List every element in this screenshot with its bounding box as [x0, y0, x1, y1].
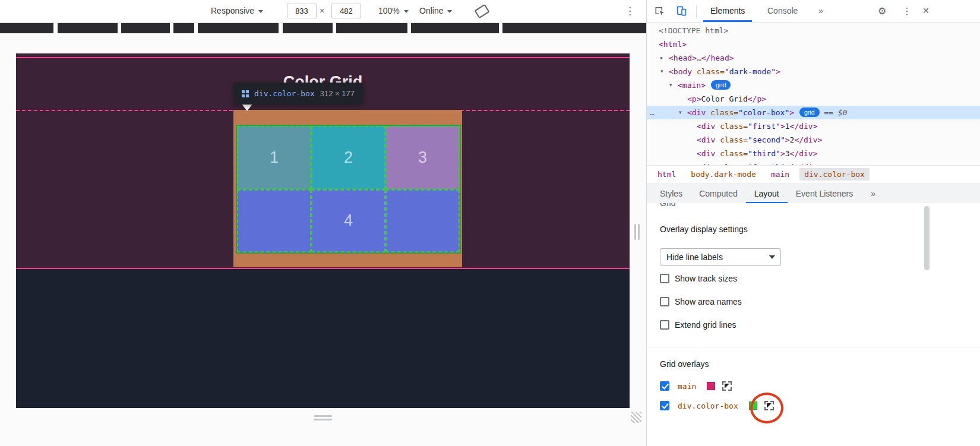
tab-elements[interactable]: Elements	[703, 0, 752, 22]
code-token: "first"	[748, 122, 780, 131]
checkbox-unchecked[interactable]	[660, 297, 669, 306]
grid-overlays-title: Grid overlays	[660, 359, 709, 369]
line-labels-select[interactable]: Hide line labels	[660, 248, 781, 266]
checkbox-option[interactable]: Show track sizes	[660, 271, 737, 286]
viewport-resize-handle-right[interactable]	[634, 224, 640, 240]
device-toolbar-icon[interactable]	[676, 5, 687, 17]
tab-styles[interactable]: Styles	[652, 184, 691, 204]
grid-cell	[237, 189, 311, 253]
grid-badge[interactable]: grid	[799, 107, 820, 117]
twisty-down-icon[interactable]: ▾	[660, 65, 668, 78]
tree-row[interactable]: ▾<body class="dark-mode">	[647, 65, 980, 78]
breadcrumb-item[interactable]: body.dark-mode	[686, 168, 761, 181]
code-token: >	[789, 108, 794, 117]
throttle-select[interactable]: Online	[419, 0, 452, 22]
toolbar-separator	[696, 5, 697, 17]
grid-overlay-line	[16, 57, 630, 58]
color-grid: 1234	[236, 125, 461, 254]
code-token: "color-box"	[738, 108, 789, 117]
code-token: <div	[697, 149, 715, 158]
tree-row[interactable]: ▸<head>…</head>	[647, 51, 980, 65]
checkbox-label: Extend grid lines	[675, 320, 736, 330]
checkbox-unchecked[interactable]	[660, 274, 669, 283]
kebab-menu-icon[interactable]: ⋮	[902, 0, 912, 22]
checkbox-checked[interactable]	[660, 381, 669, 391]
rotate-viewport-icon[interactable]	[474, 4, 489, 19]
tab-computed[interactable]: Computed	[691, 184, 746, 204]
breadcrumb-item[interactable]: div.color-box	[799, 168, 870, 181]
tab-console[interactable]: Console	[760, 0, 805, 22]
tree-row[interactable]: <div class="fourth">4</div>	[647, 160, 980, 165]
media-query-bar	[0, 23, 53, 33]
code-token: >	[776, 67, 780, 76]
tree-row[interactable]: <!DOCTYPE html>	[647, 24, 980, 37]
chevron-down-icon	[404, 10, 409, 13]
grid-cell: 2	[311, 126, 385, 189]
code-token: <div	[697, 135, 715, 144]
grid-cell: 1	[237, 126, 311, 189]
tree-row[interactable]: ▾<main>grid	[647, 78, 980, 92]
viewport-resize-handle-corner[interactable]	[631, 412, 641, 423]
device-toolbar: Responsive 833 × 482 100% Online ⋮	[0, 0, 646, 23]
inspect-tooltip: div.color-box 312 × 177	[233, 83, 363, 105]
kebab-menu-icon[interactable]: ⋮	[625, 0, 635, 22]
grid-badge[interactable]: grid	[711, 80, 731, 90]
twisty-down-icon[interactable]: ▾	[679, 106, 686, 119]
tooltip-selector: div.color-box	[254, 89, 315, 98]
code-token: …	[697, 53, 701, 62]
code-token: <div	[687, 108, 706, 117]
code-token: class=	[706, 108, 738, 117]
chevron-down-icon	[769, 255, 775, 259]
select-overlay-icon[interactable]	[722, 381, 732, 391]
code-token: <p>	[687, 94, 701, 103]
tree-row[interactable]: <div class="first">1</div>	[647, 119, 980, 133]
code-token: </p>	[748, 94, 766, 103]
inspect-element-icon[interactable]	[654, 5, 665, 17]
viewport-resize-handle-bottom[interactable]	[314, 415, 332, 420]
code-token: <main>	[678, 81, 706, 90]
tree-row[interactable]: <div class="third">3</div>	[647, 147, 980, 160]
more-tabs-button[interactable]: »	[818, 0, 823, 22]
scrollbar[interactable]	[924, 206, 930, 270]
code-token: 3	[785, 149, 790, 158]
more-tabs-button[interactable]: »	[861, 184, 885, 204]
tree-row[interactable]: <p>Color Grid</p>	[647, 92, 980, 106]
tree-row[interactable]: …▾<div class="color-box">grid== $0	[647, 106, 980, 119]
code-token: class=	[715, 149, 748, 158]
device-type-label: Responsive	[211, 6, 254, 15]
media-query-bar	[121, 23, 170, 33]
breadcrumb-item[interactable]: main	[766, 168, 794, 181]
tree-row[interactable]: <div class="second">2</div>	[647, 133, 980, 147]
checkbox-option[interactable]: Show area names	[660, 295, 742, 309]
tab-layout[interactable]: Layout	[746, 184, 788, 204]
viewport-height-input[interactable]: 482	[331, 4, 361, 18]
media-query-bar	[283, 23, 333, 33]
code-token: </head>	[701, 53, 734, 62]
media-query-bar	[58, 23, 118, 33]
breadcrumb-item[interactable]: html	[653, 168, 681, 181]
overlay-element-label: div.color-box	[678, 401, 738, 410]
zoom-select[interactable]: 100%	[378, 0, 409, 22]
grid-overlay-line	[16, 268, 630, 269]
media-query-bar	[198, 23, 279, 33]
code-token: class=	[715, 135, 748, 144]
gear-icon[interactable]: ⚙	[878, 0, 886, 22]
throttle-value: Online	[419, 6, 443, 15]
checkbox-unchecked[interactable]	[660, 320, 669, 330]
code-token: "second"	[748, 135, 785, 144]
code-token: Color Grid	[701, 94, 747, 103]
tab-event-listeners[interactable]: Event Listeners	[788, 184, 862, 204]
twisty-right-icon[interactable]: ▸	[660, 51, 668, 65]
viewport-width-input[interactable]: 833	[287, 4, 317, 18]
twisty-down-icon[interactable]: ▾	[669, 78, 676, 92]
tree-row[interactable]: <html>	[647, 37, 980, 51]
device-type-select[interactable]: Responsive	[211, 0, 263, 22]
close-icon[interactable]: ✕	[922, 0, 930, 22]
checkbox-checked[interactable]	[660, 401, 669, 410]
checkbox-option[interactable]: Extend grid lines	[660, 318, 736, 332]
code-token: "dark-mode"	[725, 67, 776, 76]
grid-overlay-row[interactable]: main	[660, 379, 732, 393]
tooltip-dimensions: 312 × 177	[320, 89, 355, 98]
layout-panel: Grid Overlay display settings Hide line …	[647, 203, 980, 446]
code-token: class=	[715, 122, 748, 131]
